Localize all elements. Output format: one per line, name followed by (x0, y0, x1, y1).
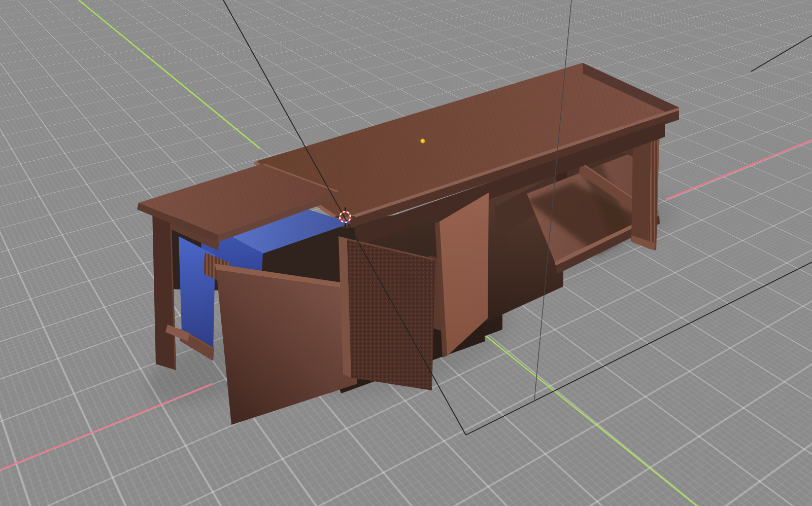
wire-line-topright (751, 35, 812, 71)
dark-door-texture (347, 238, 435, 390)
scene-overlay (0, 0, 812, 506)
axis-y-green-far (79, 0, 260, 149)
axis-y-green-near (481, 332, 697, 506)
viewport-3d[interactable] (0, 0, 812, 506)
object-origin-point[interactable] (421, 139, 425, 143)
axis-x-red-left (0, 384, 212, 470)
left-door-panel[interactable] (216, 270, 357, 425)
axis-x-red-right (666, 140, 812, 199)
